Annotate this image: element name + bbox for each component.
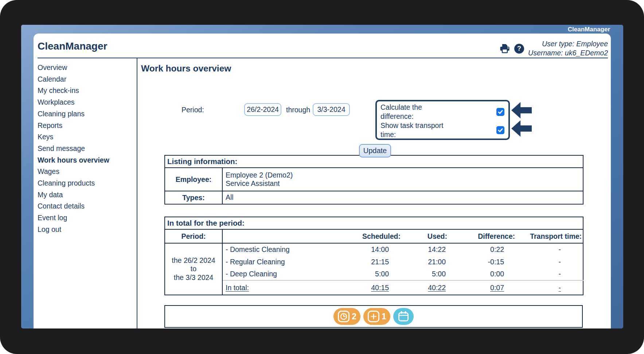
used-value: 14:22 xyxy=(402,243,449,256)
totals-table: In total for the period: Period: Schedul… xyxy=(164,217,583,295)
page-body: Overview Calendar My check-ins Workplace… xyxy=(34,58,611,328)
transport-value: - xyxy=(517,268,583,280)
transport-time-checkbox[interactable] xyxy=(496,126,504,134)
main-content: Work hours overview Period: through Calc… xyxy=(137,58,611,328)
totals-title: In total for the period: xyxy=(165,217,583,229)
total-used-link[interactable]: 40:22 xyxy=(428,284,446,292)
clock-count-badge: 2 xyxy=(352,312,356,322)
task-name: - Deep Cleaning xyxy=(222,268,319,280)
col-scheduled: Scheduled: xyxy=(319,229,402,243)
types-value: All xyxy=(222,191,583,204)
filter-controls: Period: through Calculate the difference… xyxy=(137,74,611,155)
calendar-button[interactable] xyxy=(393,308,414,325)
period-to-input[interactable] xyxy=(313,103,350,116)
add-task-button[interactable]: 1 xyxy=(363,308,390,325)
page-header: CleanManager ? User type: Employee Use xyxy=(34,34,611,58)
period-label: Period: xyxy=(182,106,204,114)
listing-information-table: Listing information: Employee: Employee … xyxy=(164,155,583,205)
clock-icon xyxy=(337,310,350,323)
transport-value: - xyxy=(517,256,583,268)
used-value: 5:00 xyxy=(402,268,449,280)
update-button[interactable]: Update xyxy=(359,144,391,157)
employee-label: Employee: xyxy=(165,168,222,191)
scheduled-value: 5:00 xyxy=(319,268,402,280)
username: Username: uk6_EDemo2 xyxy=(528,48,608,58)
sidebar-item-cleaning-products[interactable]: Cleaning products xyxy=(38,178,137,189)
total-row: In total: 40:15 40:22 0:07 - xyxy=(165,280,583,295)
period-from-input[interactable] xyxy=(244,103,281,116)
table-row: - Regular Cleaning 21:15 21:00 -0:15 - xyxy=(165,256,583,268)
window-title: CleanManager xyxy=(568,25,610,34)
period-range: the 26/2 2024 to the 3/3 2024 xyxy=(165,243,222,295)
table-row: the 26/2 2024 to the 3/3 2024 - Domestic… xyxy=(165,243,583,256)
total-difference-link[interactable]: 0:07 xyxy=(490,284,504,292)
difference-value: 0:22 xyxy=(449,243,517,256)
scheduled-value: 21:15 xyxy=(319,256,402,268)
device-frame: CleanManager CleanManager ? xyxy=(0,0,644,354)
page: CleanManager ? User type: Employee Use xyxy=(34,34,611,328)
col-difference: Difference: xyxy=(449,229,517,243)
add-count-badge: 1 xyxy=(382,312,386,322)
calculate-difference-label: Calculate the difference: xyxy=(380,103,450,121)
col-task xyxy=(222,229,319,243)
bottom-toolbar: 2 1 xyxy=(164,305,583,328)
transport-time-row: Show task transport time: xyxy=(380,121,504,139)
sidebar-item-contact-details[interactable]: Contact details xyxy=(38,201,137,212)
task-name: - Regular Cleaning xyxy=(222,256,319,268)
through-label: through xyxy=(286,106,310,114)
sidebar-item-wages[interactable]: Wages xyxy=(38,166,137,178)
page-title: Work hours overview xyxy=(141,63,611,74)
calculate-difference-row: Calculate the difference: xyxy=(380,103,504,121)
transport-time-label: Show task transport time: xyxy=(380,121,450,139)
sidebar-item-reports[interactable]: Reports xyxy=(38,120,137,132)
used-value: 21:00 xyxy=(402,256,449,268)
total-scheduled-link[interactable]: 40:15 xyxy=(371,284,389,292)
user-info: User type: Employee Username: uk6_EDemo2 xyxy=(528,39,608,58)
print-icon[interactable] xyxy=(499,43,510,54)
employee-role: Service Assistant xyxy=(226,179,583,188)
sidebar-item-my-data[interactable]: My data xyxy=(38,189,137,201)
col-used: Used: xyxy=(402,229,449,243)
calculate-difference-checkbox[interactable] xyxy=(496,108,504,116)
sidebar-item-event-log[interactable]: Event log xyxy=(38,212,137,224)
app-title: CleanManager xyxy=(38,40,107,52)
sidebar-item-cleaning-plans[interactable]: Cleaning plans xyxy=(38,108,137,120)
in-total-link[interactable]: In total: xyxy=(226,284,249,292)
sidebar-item-send-message[interactable]: Send message xyxy=(38,143,137,155)
difference-value: 0:00 xyxy=(449,268,517,280)
task-name: - Domestic Cleaning xyxy=(222,243,319,256)
sidebar-item-my-check-ins[interactable]: My check-ins xyxy=(38,85,137,97)
col-transport-time: Transport time: xyxy=(517,229,583,243)
pointer-arrow-icon xyxy=(511,120,532,137)
employee-value: Employee 2 (Demo2) Service Assistant xyxy=(222,168,583,191)
table-row: - Deep Cleaning 5:00 5:00 0:00 - xyxy=(165,268,583,280)
sidebar-item-overview[interactable]: Overview xyxy=(38,62,137,74)
user-type: User type: Employee xyxy=(528,39,608,48)
sidebar-item-keys[interactable]: Keys xyxy=(38,131,137,143)
help-icon[interactable]: ? xyxy=(514,44,524,54)
pointer-arrow-icon xyxy=(511,102,532,118)
sidebar-item-workplaces[interactable]: Workplaces xyxy=(38,97,137,108)
sidebar-item-log-out[interactable]: Log out xyxy=(38,224,137,236)
col-period: Period: xyxy=(165,229,222,243)
options-panel: Calculate the difference: Show task tran… xyxy=(375,100,510,140)
types-label: Types: xyxy=(165,191,222,204)
total-transport-link[interactable]: - xyxy=(559,284,561,292)
difference-value: -0:15 xyxy=(449,256,517,268)
sidebar-item-work-hours-overview[interactable]: Work hours overview xyxy=(38,155,137,166)
transport-value: - xyxy=(517,243,583,256)
employee-name: Employee 2 (Demo2) xyxy=(226,171,583,180)
header-actions: ? User type: Employee Username: uk6_EDem… xyxy=(499,39,608,58)
scheduled-value: 14:00 xyxy=(319,243,402,256)
sidebar-item-calendar[interactable]: Calendar xyxy=(38,74,137,85)
calendar-icon xyxy=(397,310,410,323)
browser-window: CleanManager CleanManager ? xyxy=(21,25,623,328)
sidebar: Overview Calendar My check-ins Workplace… xyxy=(34,58,137,328)
check-in-time-button[interactable]: 2 xyxy=(333,308,360,325)
plus-icon xyxy=(367,310,380,323)
